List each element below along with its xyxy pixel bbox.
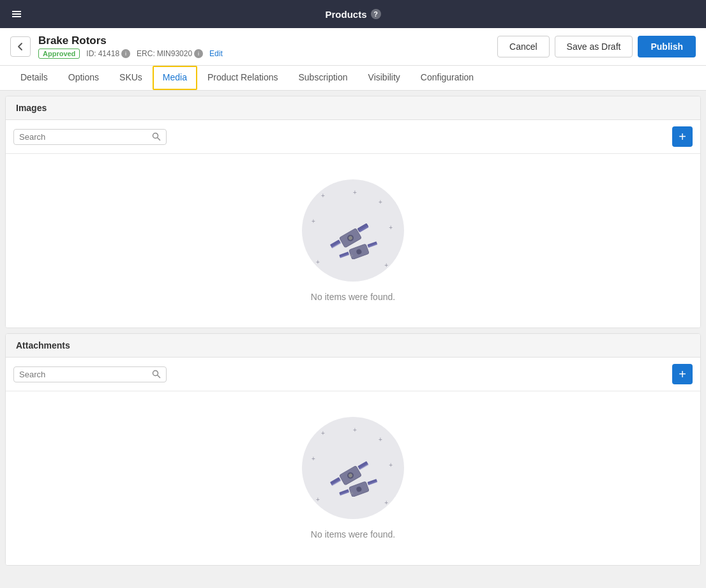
save-draft-button[interactable]: Save as Draft — [555, 36, 633, 57]
back-button[interactable] — [10, 36, 31, 57]
images-toolbar: + — [6, 120, 700, 154]
svg-rect-1 — [12, 13, 21, 15]
tab-product-relations[interactable]: Product Relations — [197, 66, 289, 90]
tab-subscription[interactable]: Subscription — [289, 66, 358, 90]
tab-configuration[interactable]: Configuration — [410, 66, 484, 90]
svg-rect-0 — [12, 11, 21, 12]
tab-options[interactable]: Options — [58, 66, 109, 90]
images-empty-state: + + + + + + + + — [6, 154, 700, 328]
product-id: ID: 41418 i — [86, 49, 130, 58]
approved-badge: Approved — [38, 49, 80, 59]
attachments-search-input[interactable] — [19, 370, 152, 379]
topbar-title: Products ? — [325, 9, 380, 20]
tab-details[interactable]: Details — [10, 66, 58, 90]
topbar-title-text: Products — [325, 9, 366, 20]
attachments-toolbar: + — [6, 358, 700, 391]
edit-link[interactable]: Edit — [209, 49, 223, 58]
attachments-search-box[interactable] — [13, 366, 167, 382]
attachments-search-icon[interactable] — [152, 370, 161, 379]
images-section: Images + + + + + + + — [5, 96, 701, 328]
publish-button[interactable]: Publish — [638, 36, 696, 57]
attachments-empty-state: + + + + + + + + — [6, 391, 700, 565]
id-info-icon[interactable]: i — [121, 49, 130, 58]
attachments-section: Attachments + + + + + + + — [5, 333, 701, 566]
tab-skus[interactable]: SKUs — [109, 66, 153, 90]
images-search-icon[interactable] — [152, 132, 161, 141]
images-search-input[interactable] — [19, 132, 152, 142]
images-section-header: Images — [6, 96, 700, 120]
header-actions: Cancel Save as Draft Publish — [497, 36, 696, 57]
attachments-empty-text: No items were found. — [311, 529, 395, 539]
tab-media[interactable]: Media — [153, 66, 197, 90]
tabs-row: Details Options SKUs Media Product Relat… — [0, 66, 706, 91]
erc-info-icon[interactable]: i — [194, 49, 203, 58]
attachments-empty-illustration: + + + + + + + + — [302, 417, 404, 519]
product-name: Brake Rotors — [38, 34, 223, 47]
images-empty-illustration: + + + + + + + + — [302, 179, 404, 282]
sidebar-toggle[interactable] — [8, 5, 26, 23]
header-row: Brake Rotors Approved ID: 41418 i ERC: M… — [0, 28, 706, 66]
images-search-box[interactable] — [13, 129, 167, 145]
images-add-button[interactable]: + — [672, 126, 693, 147]
main-content: Images + + + + + + + — [0, 96, 706, 566]
header-left: Brake Rotors Approved ID: 41418 i ERC: M… — [10, 34, 223, 59]
product-erc: ERC: MIN93020 i — [137, 49, 203, 58]
svg-line-19 — [158, 375, 160, 378]
attachments-section-header: Attachments — [6, 334, 700, 358]
attachments-add-button[interactable]: + — [672, 364, 693, 384]
images-empty-text: No items were found. — [311, 292, 395, 302]
cancel-button[interactable]: Cancel — [497, 36, 550, 57]
topbar: Products ? — [0, 0, 706, 28]
topbar-help-icon[interactable]: ? — [371, 9, 381, 19]
svg-rect-2 — [12, 16, 21, 17]
product-info: Brake Rotors Approved ID: 41418 i ERC: M… — [38, 34, 223, 59]
svg-line-4 — [158, 138, 160, 140]
product-meta: Approved ID: 41418 i ERC: MIN93020 i Edi… — [38, 49, 223, 59]
tab-visibility[interactable]: Visibility — [358, 66, 410, 90]
